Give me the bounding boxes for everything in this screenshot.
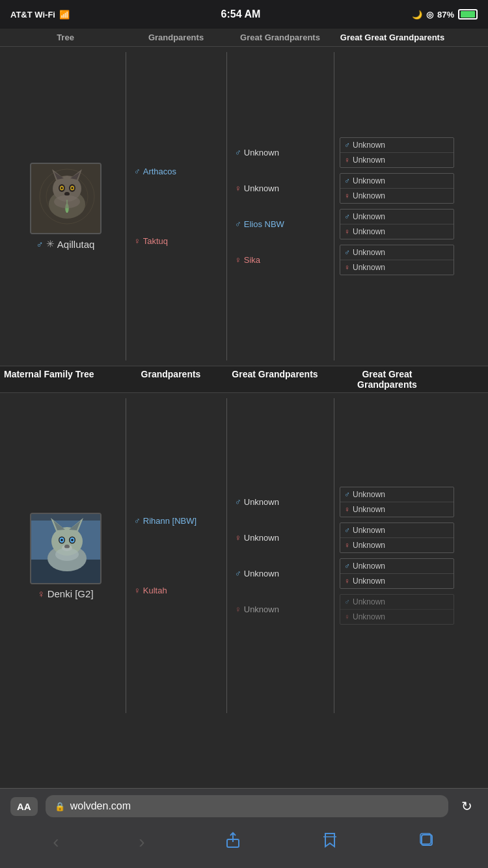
svg-point-14 — [71, 187, 73, 189]
mat-ggp-pair4-male[interactable]: ♂ Unknown — [340, 595, 454, 610]
share-icon — [224, 832, 241, 848]
bookmarks-icon — [321, 832, 338, 848]
self-name: Aqillutaq — [57, 239, 95, 250]
ggp-pair1-male[interactable]: ♂ Unknown — [340, 138, 454, 153]
paternal-self-col: ♂ ✳ Aqillutaq — [5, 52, 126, 360]
kultah-name: Kultah — [143, 586, 167, 595]
bookmarks-button[interactable] — [311, 829, 349, 855]
maternal-self-name: Denki [G2] — [47, 588, 94, 599]
svg-point-18 — [54, 195, 80, 208]
maternal-ggp-col: ♂ Unknown ♀ Unknown ♂ Unknown ♀ Unknown — [334, 398, 454, 713]
kultah-gender-icon: ♀ — [134, 586, 141, 595]
gp-rihann[interactable]: ♂ Rihann [NBW] — [131, 512, 226, 530]
paternal-gp-col: ♂ Arthacos ♀ Taktuq — [126, 52, 226, 360]
maternal-gp-col: ♂ Rihann [NBW] ♀ Kultah — [126, 398, 226, 713]
sika-name: Sika — [244, 255, 260, 265]
mat-ggp-pair1-male[interactable]: ♂ Unknown — [340, 487, 454, 502]
mat-label-2: Grandparents — [120, 366, 221, 392]
back-button[interactable]: ‹ — [42, 829, 69, 855]
status-bar: AT&T Wi-Fi 📶 6:54 AM 🌙 ◎ 87% — [0, 0, 488, 29]
moon-icon: 🌙 — [412, 10, 422, 20]
ggp-pair2-female[interactable]: ♀ Unknown — [340, 189, 454, 203]
ggp-pair2-male[interactable]: ♂ Unknown — [340, 174, 454, 189]
maternal-self-label[interactable]: ♀ Denki [G2] — [37, 588, 93, 599]
mat-ggp-pair3-female[interactable]: ♀ Unknown — [340, 574, 454, 588]
svg-point-36 — [55, 548, 79, 561]
tabs-icon — [418, 832, 435, 848]
arthacos-gender-icon: ♂ — [134, 167, 141, 176]
self-label[interactable]: ♂ ✳ Aqillutaq — [36, 238, 95, 250]
share-button[interactable] — [214, 829, 252, 855]
header-col1: Tree — [5, 33, 126, 42]
svg-point-33 — [71, 539, 74, 541]
ggp-pair-4: ♂ Unknown ♀ Unknown — [340, 245, 454, 275]
mat-ggp-4[interactable]: ♀ Unknown — [232, 601, 334, 618]
ggp-pat-2[interactable]: ♀ Unknown — [232, 180, 334, 197]
header-col4: Great Great Grandparents — [334, 33, 451, 42]
mat-ggp-pair-4: ♂ Unknown ♀ Unknown — [340, 594, 454, 625]
mat-ggp-pair-1: ♂ Unknown ♀ Unknown — [340, 487, 454, 517]
svg-point-13 — [61, 187, 62, 189]
maternal-self-gender: ♀ — [37, 588, 44, 599]
self-gender-icon: ♂ — [36, 239, 44, 250]
gp-taktuq[interactable]: ♀ Taktuq — [131, 232, 226, 250]
mat-ggp-1[interactable]: ♂ Unknown — [232, 493, 334, 511]
gp-arthacos[interactable]: ♂ Arthacos — [131, 163, 226, 180]
battery-icon — [458, 9, 478, 20]
ggp-sika[interactable]: ♀ Sika — [232, 251, 334, 269]
svg-point-32 — [61, 539, 63, 541]
mat-ggp-pair1-female[interactable]: ♀ Unknown — [340, 502, 454, 517]
mat-ggp-pair2-female[interactable]: ♀ Unknown — [340, 538, 454, 552]
lock-icon: 🔒 — [55, 802, 65, 811]
paternal-ggp-col: ♂ Unknown ♀ Unknown ♂ Unknown ♀ Unknown — [334, 52, 454, 360]
taktuq-gender-icon: ♀ — [134, 236, 141, 246]
ggp2-name: Unknown — [244, 183, 279, 193]
mat-label-3: Great Grandparents — [221, 366, 329, 392]
mat-ggp-pair2-male[interactable]: ♂ Unknown — [340, 523, 454, 538]
main-content: Tree Grandparents Great Grandparents Gre… — [0, 29, 488, 783]
ggp-pat-1[interactable]: ♂ Unknown — [232, 144, 334, 161]
rihann-name: Rihann [NBW] — [143, 516, 197, 526]
ggp-elios[interactable]: ♂ Elios NBW — [232, 215, 334, 233]
font-size-button[interactable]: AA — [10, 797, 38, 816]
ggp1-name: Unknown — [244, 148, 279, 157]
forward-button[interactable]: › — [128, 829, 155, 855]
mat-ggp-2[interactable]: ♀ Unknown — [232, 529, 334, 547]
mat-ggp-3[interactable]: ♂ Unknown — [232, 565, 334, 582]
ggp-pair1-female[interactable]: ♀ Unknown — [340, 153, 454, 167]
elios-gender: ♂ — [235, 219, 241, 229]
maternal-tree: ♀ Denki [G2] ♂ Rihann [NBW] ♀ Kultah ♂ — [0, 393, 488, 718]
url-field[interactable]: 🔒 wolvden.com — [46, 795, 448, 817]
ggp-pair4-female[interactable]: ♀ Unknown — [340, 260, 454, 275]
gp-kultah[interactable]: ♀ Kultah — [131, 582, 226, 599]
status-time: 6:54 AM — [221, 8, 261, 20]
ggp-pair-2: ♂ Unknown ♀ Unknown — [340, 173, 454, 204]
ggp-pair3-female[interactable]: ♀ Unknown — [340, 224, 454, 239]
mat-ggp-pair4-female[interactable]: ♀ Unknown — [340, 610, 454, 624]
self-special-icon: ✳ — [46, 238, 55, 250]
status-right: 🌙 ◎ 87% — [412, 9, 478, 20]
self-avatar[interactable] — [30, 163, 102, 234]
elios-name: Elios NBW — [244, 219, 284, 229]
ggp-pair3-male[interactable]: ♂ Unknown — [340, 210, 454, 224]
maternal-avatar[interactable] — [30, 513, 102, 584]
tabs-button[interactable] — [408, 829, 446, 855]
battery-percent: 87% — [437, 10, 454, 20]
partial-header: Tree Grandparents Great Grandparents Gre… — [0, 29, 488, 47]
mat-ggp-pair3-male[interactable]: ♂ Unknown — [340, 559, 454, 574]
ggp-pair4-male[interactable]: ♂ Unknown — [340, 245, 454, 260]
self-node: ♂ ✳ Aqillutaq — [30, 163, 102, 250]
mat-ggp-pair-2: ♂ Unknown ♀ Unknown — [340, 522, 454, 553]
ggp1-gender: ♂ — [235, 148, 241, 157]
mat-label-4: Great Great Grandparents — [329, 366, 446, 392]
status-left: AT&T Wi-Fi 📶 — [10, 10, 70, 20]
paternal-tree: ♂ ✳ Aqillutaq ♂ Arthacos ♀ Taktuq ♂ — [0, 47, 488, 366]
ggp-pair-1: ♂ Unknown ♀ Unknown — [340, 137, 454, 168]
ggp-pair-3: ♂ Unknown ♀ Unknown — [340, 209, 454, 239]
url-text: wolvden.com — [70, 800, 131, 812]
wifi-icon: 📶 — [59, 10, 70, 20]
refresh-button[interactable]: ↻ — [456, 796, 478, 817]
wolf-avatar-pat-svg — [31, 164, 102, 234]
maternal-section-labels: Maternal Family Tree Grandparents Great … — [0, 366, 488, 393]
arthacos-name: Arthacos — [143, 167, 176, 176]
